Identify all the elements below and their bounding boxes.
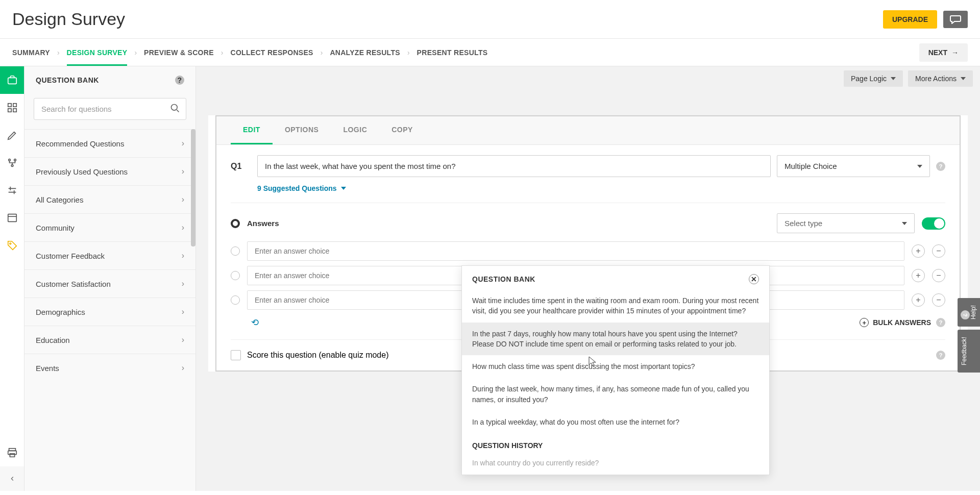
sidebar-list: Recommended Questions› Previously Used Q… <box>24 129 195 491</box>
feedback-tab[interactable]: Feedback! <box>958 330 980 373</box>
svg-rect-8 <box>8 214 16 222</box>
score-checkbox[interactable] <box>231 350 241 360</box>
rail-print[interactable] <box>0 439 24 466</box>
popover-item[interactable]: Wait time includes time spent in the wai… <box>462 289 769 323</box>
sidebar-item-label: Community <box>36 224 75 232</box>
sidebar-item-label: Recommended Questions <box>36 139 124 148</box>
help-icon[interactable]: ? <box>936 318 945 327</box>
navbar: SUMMARY › DESIGN SURVEY › PREVIEW & SCOR… <box>0 39 980 66</box>
feedback-tab-label: Feedback! <box>961 337 968 365</box>
tab-options[interactable]: OPTIONS <box>273 116 331 144</box>
sidebar-item-education[interactable]: Education› <box>24 326 195 354</box>
sidebar-item-events[interactable]: Events› <box>24 354 195 382</box>
icon-rail <box>0 66 24 491</box>
window-icon <box>7 212 18 224</box>
sidebar-item-label: Customer Satisfaction <box>36 280 111 288</box>
sidebar-item-previously-used[interactable]: Previously Used Questions› <box>24 157 195 185</box>
answer-type-select[interactable]: Select type <box>777 213 915 233</box>
help-icon[interactable]: ? <box>175 76 184 85</box>
question-type-label: Multiple Choice <box>785 162 837 170</box>
chat-button[interactable] <box>943 11 968 28</box>
svg-point-5 <box>8 159 10 161</box>
svg-rect-12 <box>10 454 14 457</box>
sidebar-item-recommended[interactable]: Recommended Questions› <box>24 129 195 157</box>
suggested-questions-link[interactable]: 9 Suggested Questions <box>257 184 945 192</box>
svg-point-7 <box>11 165 13 167</box>
next-button[interactable]: NEXT → <box>919 43 968 62</box>
branch-icon <box>7 157 18 168</box>
close-button[interactable]: ✕ <box>749 274 759 284</box>
sidebar-item-demographics[interactable]: Demographics› <box>24 298 195 326</box>
page-logic-button[interactable]: Page Logic <box>844 70 903 87</box>
more-actions-button[interactable]: More Actions <box>908 70 973 87</box>
help-icon[interactable]: ? <box>936 351 945 360</box>
answers-toggle[interactable] <box>922 217 945 230</box>
search-icon[interactable] <box>170 103 180 115</box>
answers-label: Answers <box>247 219 770 228</box>
add-answer-button[interactable]: + <box>912 269 925 282</box>
rail-options[interactable] <box>0 177 24 204</box>
rail-style[interactable] <box>0 94 24 121</box>
cycle-icon[interactable]: ⟲ <box>251 317 259 328</box>
radio-icon <box>231 271 240 280</box>
tag-icon <box>7 240 18 251</box>
question-text-input[interactable] <box>257 155 771 177</box>
chevron-right-icon: › <box>182 167 184 176</box>
rail-collapse[interactable] <box>0 466 24 491</box>
nav-design-survey[interactable]: DESIGN SURVEY <box>67 39 128 66</box>
popover-history-item[interactable]: In what country do you currently reside? <box>462 452 769 474</box>
chevron-down-icon <box>917 165 922 168</box>
bulk-answers-label: BULK ANSWERS <box>873 318 931 327</box>
help-tab-label: Help! <box>970 305 977 319</box>
question-type-select[interactable]: Multiple Choice <box>777 155 930 177</box>
svg-point-6 <box>14 159 16 161</box>
bulk-answers-button[interactable]: + BULK ANSWERS <box>860 318 931 327</box>
header: Design Survey UPGRADE <box>0 0 980 39</box>
chevron-down-icon <box>902 222 907 225</box>
nav-preview-score[interactable]: PREVIEW & SCORE <box>144 39 214 66</box>
search-box <box>34 98 186 120</box>
remove-answer-button[interactable]: − <box>932 293 945 307</box>
tab-edit[interactable]: EDIT <box>231 116 273 144</box>
score-label: Score this question (enable quiz mode) <box>247 351 389 360</box>
pen-icon <box>7 130 18 141</box>
sidebar-item-customer-satisfaction[interactable]: Customer Satisfaction› <box>24 269 195 298</box>
nav-present-results[interactable]: PRESENT RESULTS <box>417 39 488 66</box>
scrollbar-thumb[interactable] <box>191 129 195 246</box>
sidebar-item-label: Events <box>36 364 59 373</box>
help-icon[interactable]: ? <box>936 162 945 171</box>
remove-answer-button[interactable]: − <box>932 269 945 282</box>
popover-item[interactable]: In the past 7 days, roughly how many tot… <box>462 323 769 356</box>
chevron-right-icon: › <box>134 48 137 57</box>
popover-item[interactable]: During the last week, how many times, if… <box>462 378 769 411</box>
question-number: Q1 <box>231 162 251 171</box>
popover-item[interactable]: How much class time was spent discussing… <box>462 355 769 378</box>
popover-title: QUESTION BANK <box>472 275 535 283</box>
sidebar-item-community[interactable]: Community› <box>24 213 195 241</box>
upgrade-button[interactable]: UPGRADE <box>883 10 937 29</box>
answer-input[interactable] <box>247 241 904 261</box>
rail-themes[interactable] <box>0 121 24 149</box>
add-answer-button[interactable]: + <box>912 293 925 307</box>
add-answer-button[interactable]: + <box>912 244 925 258</box>
sidebar-item-label: Customer Feedback <box>36 252 105 260</box>
popover-item[interactable]: In a typical weekday, what do you most o… <box>462 411 769 433</box>
nav-analyze-results[interactable]: ANALYZE RESULTS <box>330 39 400 66</box>
rail-preview[interactable] <box>0 232 24 259</box>
sidebar: QUESTION BANK ? Recommended Questions› P… <box>24 66 196 491</box>
remove-answer-button[interactable]: − <box>932 244 945 258</box>
sidebar-item-customer-feedback[interactable]: Customer Feedback› <box>24 241 195 269</box>
nav-summary[interactable]: SUMMARY <box>12 39 50 66</box>
sidebar-item-label: Education <box>36 336 70 344</box>
header-actions: UPGRADE <box>883 10 968 29</box>
nav-collect-responses[interactable]: COLLECT RESPONSES <box>230 39 313 66</box>
answer-row: + − <box>231 241 945 261</box>
rail-build[interactable] <box>0 66 24 94</box>
tab-logic[interactable]: LOGIC <box>331 116 379 144</box>
rail-logic[interactable] <box>0 149 24 177</box>
rail-format[interactable] <box>0 204 24 232</box>
tab-copy[interactable]: COPY <box>379 116 425 144</box>
help-tab[interactable]: ?Help! <box>958 298 980 327</box>
sidebar-item-all-categories[interactable]: All Categories› <box>24 185 195 213</box>
search-input[interactable] <box>34 98 186 120</box>
